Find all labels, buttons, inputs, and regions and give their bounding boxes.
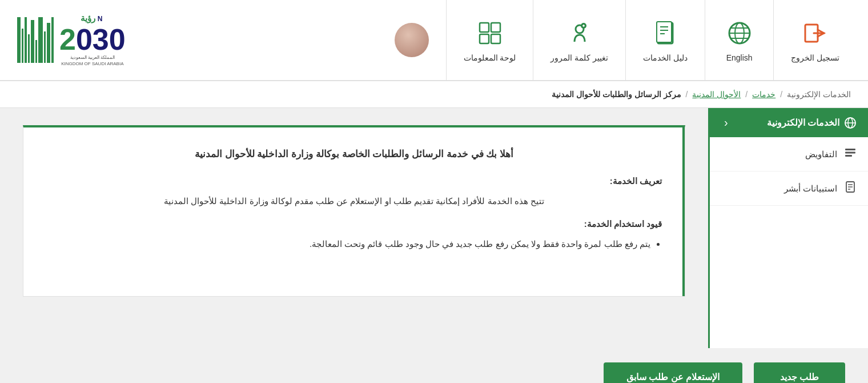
services-guide-icon — [650, 18, 681, 49]
change-password-label: تغيير كلمة المرور — [550, 53, 608, 62]
services-guide-label: دليل الخدمات — [643, 53, 688, 62]
barcode-graphic — [17, 17, 54, 63]
breadcrumb-current: مركز الرسائل والطلبات للأحوال المدنية — [552, 90, 681, 99]
top-nav: تسجيل الخروج English — [0, 0, 868, 81]
logo-subtitle: المملكة العربية السعوديةKINGDOM OF SAUDI… — [61, 54, 123, 67]
sidebar-item-negotiations[interactable]: التفاويض — [710, 137, 868, 171]
content-box: أهلا بك في خدمة الرسائل والطلبات الخاصة … — [23, 125, 685, 297]
nav-item-services-guide[interactable]: دليل الخدمات — [625, 0, 705, 81]
breadcrumb-home: الخدمات الإلكترونية — [787, 90, 851, 99]
sidebar-title: الخدمات الإلكترونية — [767, 117, 839, 128]
content-restrictions-title: قيود استخدام الخدمة: — [46, 216, 662, 233]
sidebar-header-content: الخدمات الإلكترونية — [767, 117, 857, 129]
svg-rect-22 — [491, 34, 500, 43]
logo-2030: رؤية N 2 0 30 المملكة العربية السعوديةKI… — [59, 13, 126, 67]
content-definition-text: تتيح هذه الخدمة للأفراد إمكانية تقديم طل… — [46, 193, 662, 210]
breadcrumb-sep-3: / — [686, 90, 688, 99]
nav-item-avatar[interactable] — [377, 0, 446, 81]
main-layout: الخدمات الإلكترونية ‹ التفاويض — [0, 108, 868, 348]
sidebar: الخدمات الإلكترونية ‹ التفاويض — [708, 108, 868, 348]
sidebar-header: الخدمات الإلكترونية ‹ — [710, 108, 868, 137]
content-restriction-item-1: يتم رفع طلب لمرة واحدة فقط ولا يمكن رفع … — [46, 236, 650, 253]
dashboard-icon — [475, 18, 505, 49]
content-restrictions-list: يتم رفع طلب لمرة واحدة فقط ولا يمكن رفع … — [46, 236, 650, 253]
nav-items: تسجيل الخروج English — [377, 0, 857, 81]
bottom-buttons: طلب جديد الإستعلام عن طلب سابق — [0, 348, 868, 383]
surveys-icon — [844, 181, 857, 196]
sidebar-back-button[interactable]: ‹ — [721, 116, 731, 129]
svg-rect-27 — [845, 152, 855, 154]
english-icon — [724, 18, 755, 49]
inquiry-button[interactable]: الإستعلام عن طلب سابق — [604, 362, 742, 383]
svg-rect-11 — [657, 22, 672, 42]
logout-label: تسجيل الخروج — [791, 53, 839, 62]
breadcrumb: الخدمات الإلكترونية / خدمات / الأحوال ال… — [0, 81, 868, 108]
svg-rect-19 — [480, 23, 489, 32]
breadcrumb-services[interactable]: خدمات — [752, 90, 775, 99]
new-request-button[interactable]: طلب جديد — [754, 362, 845, 383]
breadcrumb-sep-1: / — [780, 90, 782, 99]
nav-item-dashboard[interactable]: لوحة المعلومات — [446, 0, 533, 81]
breadcrumb-sep-2: / — [745, 90, 748, 99]
svg-rect-28 — [845, 155, 852, 157]
negotiations-icon — [844, 146, 857, 162]
user-avatar — [395, 23, 429, 57]
breadcrumb-civil[interactable]: الأحوال المدنية — [692, 90, 741, 99]
change-password-icon — [564, 18, 595, 49]
svg-rect-20 — [491, 23, 500, 32]
sidebar-globe-icon — [844, 117, 857, 129]
nav-item-logout[interactable]: تسجيل الخروج — [773, 0, 857, 81]
content-definition-title: تعريف الخدمة: — [46, 173, 662, 190]
svg-rect-21 — [480, 34, 489, 43]
nav-item-change-password[interactable]: تغيير كلمة المرور — [533, 0, 625, 81]
sidebar-item-absher-surveys[interactable]: استبيانات أبشر — [710, 171, 868, 206]
logout-icon — [800, 18, 831, 49]
logo-area: رؤية N 2 0 30 المملكة العربية السعوديةKI… — [11, 13, 126, 67]
dashboard-label: لوحة المعلومات — [464, 53, 516, 62]
negotiations-label: التفاويض — [805, 149, 837, 159]
svg-rect-26 — [845, 149, 855, 150]
surveys-label: استبيانات أبشر — [784, 183, 837, 194]
content-area: أهلا بك في خدمة الرسائل والطلبات الخاصة … — [0, 108, 708, 348]
content-welcome: أهلا بك في خدمة الرسائل والطلبات الخاصة … — [46, 145, 662, 164]
nav-item-english[interactable]: English — [705, 0, 773, 81]
english-label: English — [726, 53, 753, 62]
